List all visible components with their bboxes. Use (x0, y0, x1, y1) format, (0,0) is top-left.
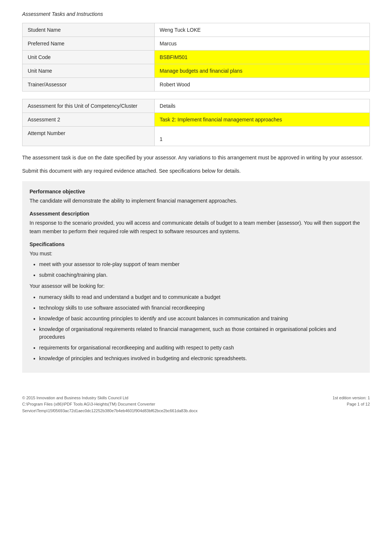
list-item: requirements for organisational recordke… (33, 344, 362, 352)
performance-objective-section: Performance objective The candidate will… (22, 181, 370, 373)
spacer-row (23, 92, 370, 99)
label-assessment-cluster: Assessment for this Unit of Competency/C… (23, 99, 155, 113)
list-item: knowledge of basic accounting principles… (33, 315, 362, 323)
table-row-assessment-cluster: Assessment for this Unit of Competency/C… (23, 99, 370, 113)
footer-path: C:\Program Files (x86)\PDF Tools AG\3-He… (22, 401, 333, 408)
footer-page: Page 1 of 12 (333, 401, 370, 408)
you-must-list: meet with your assessor to role-play sup… (33, 261, 362, 279)
performance-objective-heading: Performance objective (30, 189, 362, 194)
footer-right: 1st edition version: 1 Page 1 of 12 (333, 395, 370, 408)
table-row-preferred-name: Preferred Name Marcus (23, 37, 370, 51)
info-table: Student Name Weng Tuck LOKE Preferred Na… (22, 23, 370, 146)
footer-service: Service\Temp\15f05693ac72d1aec0dc12252b3… (22, 408, 333, 414)
table-row-student: Student Name Weng Tuck LOKE (23, 23, 370, 37)
value-assessment-cluster: Details (154, 99, 369, 113)
table-row-trainer: Trainer/Assessor Robert Wood (23, 78, 370, 92)
label-preferred-name: Preferred Name (23, 37, 155, 51)
looking-for-list: numeracy skills to read and understand a… (33, 293, 362, 362)
label-student-name: Student Name (23, 23, 155, 37)
table-row-assessment2: Assessment 2 Task 2: Implement financial… (23, 113, 370, 127)
assessment-description-content: In response to the scenario provided, yo… (30, 219, 362, 235)
list-item: knowledge of principles and techniques i… (33, 355, 362, 362)
label-trainer: Trainer/Assessor (23, 78, 155, 92)
table-row-unit-code: Unit Code BSBFIM501 (23, 51, 370, 64)
list-item: submit coaching/training plan. (33, 271, 362, 279)
looking-for-heading: Your assessor will be looking for: (30, 282, 362, 290)
value-attempt: 1 (154, 127, 369, 146)
label-assessment2: Assessment 2 (23, 113, 155, 127)
notice-1: The assessment task is due on the date s… (22, 154, 370, 162)
label-unit-name: Unit Name (23, 64, 155, 78)
value-trainer: Robert Wood (154, 78, 369, 92)
value-preferred-name: Marcus (154, 37, 369, 51)
label-attempt: Attempt Number (23, 127, 155, 146)
value-unit-name: Manage budgets and financial plans (154, 64, 369, 78)
footer: © 2015 Innovation and Business Industry … (22, 395, 370, 414)
list-item: meet with your assessor to role-play sup… (33, 261, 362, 268)
footer-copyright: © 2015 Innovation and Business Industry … (22, 395, 333, 401)
page-title: Assessment Tasks and Instructions (22, 11, 370, 17)
value-student-name: Weng Tuck LOKE (154, 23, 369, 37)
assessment-description-heading: Assessment description (30, 211, 362, 217)
table-row-unit-name: Unit Name Manage budgets and financial p… (23, 64, 370, 78)
value-assessment2: Task 2: Implement financial management a… (154, 113, 369, 127)
footer-left: © 2015 Innovation and Business Industry … (22, 395, 333, 414)
notice-2: Submit this document with any required e… (22, 167, 370, 175)
value-unit-code: BSBFIM501 (154, 51, 369, 64)
list-item: numeracy skills to read and understand a… (33, 293, 362, 301)
specifications-heading: Specifications (30, 241, 362, 247)
list-item: technology skills to use software associ… (33, 304, 362, 312)
label-unit-code: Unit Code (23, 51, 155, 64)
list-item: knowledge of organisational requirements… (33, 325, 362, 341)
footer-edition: 1st edition version: 1 (333, 395, 370, 401)
you-must-heading: You must: (30, 249, 362, 258)
table-row-attempt: Attempt Number 1 (23, 127, 370, 146)
performance-objective-content: The candidate will demonstrate the abili… (30, 197, 362, 205)
